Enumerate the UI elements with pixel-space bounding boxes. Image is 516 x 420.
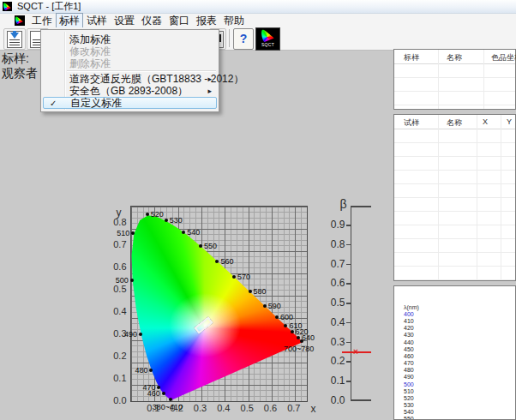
wavelength-point xyxy=(284,324,287,327)
menubar-item[interactable]: 仪器 xyxy=(138,13,165,28)
beta-tick xyxy=(346,342,351,344)
wavelength-label: 530 xyxy=(170,217,183,225)
x-tick-label: 0.2 xyxy=(171,404,183,413)
menu-item-add-standard[interactable]: 添加标准 xyxy=(43,33,217,45)
column-header[interactable]: 名称 xyxy=(447,117,462,129)
column-header[interactable]: 试样 xyxy=(404,117,419,129)
standards-table-body[interactable] xyxy=(394,64,515,109)
column-header[interactable]: 标样 xyxy=(404,52,419,63)
standards-table-panel: 标样名称色品坐标 xyxy=(393,49,516,110)
menu-items: 工作标样试样设置仪器窗口报表帮助 xyxy=(28,13,248,28)
menubar-item[interactable]: 报表 xyxy=(193,13,220,28)
wavelength-value: 410 xyxy=(404,318,515,325)
menu-item-road-reflective-film[interactable]: 道路交通反光膜（GBT18833 - 2012）▸ xyxy=(43,73,217,85)
menubar-item[interactable]: 试样 xyxy=(83,13,111,28)
menu-item-safety-color[interactable]: 安全色（GB 2893-2008）▸ xyxy=(43,85,217,97)
y-tick-label: 0.3 xyxy=(113,329,126,339)
sqct-logo-button[interactable]: SQCT xyxy=(255,27,280,51)
wavelength-value: 480 xyxy=(404,367,515,374)
x-tick-label: 0.5 xyxy=(241,404,254,413)
app-logo-gamut-icon xyxy=(3,3,11,10)
menu-item-label: 添加标准 xyxy=(69,33,111,45)
menu-item-custom-standard[interactable]: 自定义标准✓ xyxy=(43,97,217,109)
wavelength-point xyxy=(291,330,294,333)
wavelength-list-title: λ(nm) xyxy=(404,303,515,311)
column-header[interactable]: X xyxy=(483,117,488,126)
chart-grid xyxy=(130,206,308,403)
wavelength-label: 480 xyxy=(135,367,147,375)
x-tick-label: 0.1 xyxy=(147,404,159,413)
standard-sample-label: 标样: xyxy=(2,51,29,67)
title-bar: SQCT - [工作1] xyxy=(0,0,516,14)
menu-separator xyxy=(67,70,216,72)
beta-tick-label: 0.9 xyxy=(331,219,345,230)
wavelength-point xyxy=(165,219,168,222)
wavelength-value: 540 xyxy=(404,409,515,416)
y-tick-label: 0.2 xyxy=(113,351,126,361)
wavelength-value: 430 xyxy=(404,332,515,339)
wavelength-point xyxy=(182,231,185,234)
beta-tick-label: 0.6 xyxy=(331,278,345,288)
checkmark-icon: ✓ xyxy=(50,98,57,109)
menubar-item[interactable]: 设置 xyxy=(111,13,138,28)
beta-tick xyxy=(346,283,351,285)
import-standard-button[interactable] xyxy=(3,28,26,50)
wavelength-label: 580 xyxy=(254,288,267,296)
menubar-item[interactable]: 工作 xyxy=(28,13,56,28)
wavelength-label: 610 xyxy=(289,322,302,330)
wavelength-label: 590 xyxy=(268,302,281,309)
help-button[interactable]: ? xyxy=(233,28,254,50)
wavelength-value: 550 xyxy=(404,416,515,420)
wavelength-point xyxy=(149,369,153,372)
wavelength-label: 600 xyxy=(280,314,293,321)
menu-item-delete-standard[interactable]: 删除标准 xyxy=(43,57,217,69)
samples-table-panel: 试样名称XY xyxy=(393,114,516,281)
document-icon[interactable] xyxy=(15,15,25,26)
wavelength-list: 4004104204304404504604704804905005105205… xyxy=(394,311,515,420)
column-header[interactable]: Y xyxy=(507,117,512,126)
beta-axis-line xyxy=(351,206,352,400)
wavelength-label: 700~780 xyxy=(284,345,314,353)
menu-item-label: 删除标准 xyxy=(69,57,111,69)
column-header[interactable]: 色品坐标 xyxy=(491,52,516,63)
menubar-item[interactable]: 帮助 xyxy=(220,13,248,28)
menu-item-label: 道路交通反光膜（GBT18833 - 2012） xyxy=(69,73,243,85)
wavelength-value: 440 xyxy=(404,339,515,346)
app-icon xyxy=(3,2,12,11)
wavelength-point xyxy=(139,333,142,336)
samples-table-header: 试样名称XY xyxy=(394,115,515,129)
wavelength-value: 520 xyxy=(404,395,515,402)
wavelength-label: 640 xyxy=(302,333,315,341)
wavelength-value: 450 xyxy=(404,346,515,353)
wavelength-value: 400 xyxy=(404,311,515,318)
wavelength-point xyxy=(297,336,300,339)
wavelength-value: 490 xyxy=(404,374,515,381)
beta-tick xyxy=(346,381,351,382)
samples-table-body[interactable] xyxy=(394,129,515,280)
document-gamut-icon xyxy=(15,16,23,24)
wavelength-point xyxy=(249,290,252,293)
wavelength-value: 510 xyxy=(404,388,515,395)
y-axis-label: y xyxy=(117,207,122,218)
menu-item-modify-standard[interactable]: 修改标准 xyxy=(43,45,217,57)
wavelength-point xyxy=(162,392,165,395)
wavelength-value: 420 xyxy=(404,325,515,332)
menu-item-label: 安全色（GB 2893-2008） xyxy=(69,85,188,97)
beta-tick-label: 0.5 xyxy=(331,297,345,308)
column-header[interactable]: 名称 xyxy=(447,52,462,63)
wavelength-point xyxy=(157,386,160,389)
menubar-item[interactable]: 标样 xyxy=(56,13,83,28)
beta-axis-title: β xyxy=(339,198,346,210)
x-tick-label: 0.7 xyxy=(287,404,300,413)
beta-tick-label: 0.7 xyxy=(331,259,345,269)
menubar-item[interactable]: 窗口 xyxy=(165,13,193,28)
y-tick-label: 0.7 xyxy=(113,240,126,249)
beta-tick xyxy=(346,264,351,266)
submenu-arrow-icon: ▸ xyxy=(207,73,212,85)
wavelength-point xyxy=(169,398,172,401)
x-tick-label: 0.6 xyxy=(264,404,277,413)
x-tick-label: 0.3 xyxy=(194,404,207,413)
wavelength-label: 520 xyxy=(151,211,164,219)
standards-table-header: 标样名称色品坐标 xyxy=(394,50,515,64)
wavelength-list-panel[interactable]: λ(nm) 4004104204304404504604704804905005… xyxy=(393,285,516,420)
